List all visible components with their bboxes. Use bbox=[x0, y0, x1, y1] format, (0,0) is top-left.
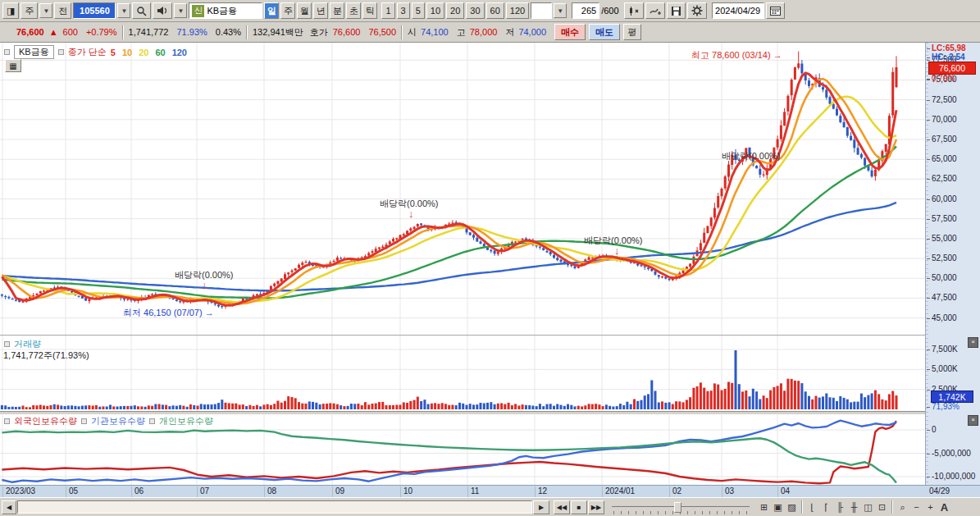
period-3-button[interactable]: 3 bbox=[397, 2, 410, 19]
period-20-button[interactable]: 20 bbox=[446, 2, 464, 19]
line-style-button[interactable] bbox=[645, 2, 665, 19]
volume-value: 1,741,772 bbox=[129, 27, 169, 37]
tab-weekly[interactable]: 주 bbox=[280, 2, 295, 19]
period-120-button[interactable]: 120 bbox=[506, 2, 529, 19]
volume-chart-canvas[interactable] bbox=[0, 336, 925, 411]
buy-button[interactable]: 매수 bbox=[554, 24, 586, 40]
price-chart-canvas[interactable] bbox=[0, 43, 925, 335]
tab-tick[interactable]: 틱 bbox=[362, 2, 377, 19]
close-volume-pane-button[interactable]: × bbox=[968, 337, 978, 348]
sound-button[interactable] bbox=[153, 2, 172, 19]
zoom-tool-icon[interactable]: ⌕ bbox=[896, 500, 909, 514]
chart-style-button[interactable] bbox=[624, 2, 644, 19]
holdings-axis-label: -10,000,000 bbox=[932, 472, 975, 481]
candle-style-icon bbox=[628, 6, 640, 16]
scrollbar-track[interactable] bbox=[17, 500, 532, 514]
ma-10-label: 10 bbox=[122, 48, 132, 57]
quote-infobar: 76,600 ▲ 600 +0.79% 1,741,772 71.93% 0.4… bbox=[0, 22, 980, 43]
close-holdings-pane-button[interactable]: × bbox=[968, 415, 978, 426]
forward-button[interactable]: ▶▶ bbox=[588, 500, 604, 514]
period-30-button[interactable]: 30 bbox=[466, 2, 484, 19]
chart-tool-icons: ⊞▣▨⌊⌈╟╫◫⊡⌕−+A bbox=[757, 500, 951, 514]
code-dropdown-icon[interactable]: ▼ bbox=[117, 3, 130, 18]
period-buttons: 13510203060120 bbox=[381, 2, 529, 19]
save-button[interactable] bbox=[667, 2, 686, 19]
price-high-tool-icon[interactable]: ⌈ bbox=[819, 500, 833, 514]
stock-code-input[interactable]: 105560 bbox=[73, 2, 116, 19]
scroll-left-button[interactable]: ◀ bbox=[2, 500, 16, 514]
bar-count-input[interactable]: 265 bbox=[572, 2, 599, 19]
tab-yearly[interactable]: 년 bbox=[313, 2, 328, 19]
slider-thumb[interactable] bbox=[674, 502, 681, 513]
save-icon bbox=[671, 6, 681, 16]
indicator-icon[interactable]: ◫ bbox=[861, 500, 875, 514]
price-axis-label: 50,000 bbox=[932, 273, 957, 282]
holdings-legend: 외국인보유수량기관보유수량개인보유수량 bbox=[4, 415, 213, 427]
date-label: 04 bbox=[777, 486, 790, 497]
custom-period-arrow-icon[interactable]: ▼ bbox=[554, 3, 567, 18]
price-axis-label: 57,500 bbox=[932, 214, 957, 223]
main-chart-legend: KB금융 종가 단순 5102060120 bbox=[4, 45, 187, 59]
panel-toggle-button[interactable]: ◨ bbox=[2, 2, 19, 19]
font-size-icon[interactable]: A bbox=[937, 500, 951, 514]
grid-icon: ▦ bbox=[9, 62, 16, 71]
timeframe-tabs: 일주월년분초틱 bbox=[264, 2, 377, 19]
rewind-button[interactable]: ◀◀ bbox=[554, 500, 570, 514]
price-axis-label: 67,500 bbox=[932, 135, 957, 144]
close-simple-label: 종가 단순 bbox=[68, 46, 107, 58]
add-window-icon[interactable]: ⊞ bbox=[757, 500, 771, 514]
calendar-button[interactable] bbox=[766, 2, 785, 19]
open-label: 시 bbox=[408, 26, 417, 39]
play-button[interactable]: ▶ bbox=[533, 500, 549, 514]
ask-price: 76,600 bbox=[333, 27, 361, 37]
hoga-label: 호가 bbox=[310, 26, 328, 39]
sell-button[interactable]: 매도 bbox=[589, 24, 620, 40]
stop-button[interactable]: ■ bbox=[571, 500, 587, 514]
chart-title[interactable]: KB금융 bbox=[14, 45, 54, 59]
candle-pattern-icon[interactable]: ╟ bbox=[833, 500, 847, 514]
date-input[interactable]: 2024/04/29 bbox=[712, 2, 764, 19]
price-change: 600 bbox=[63, 27, 78, 37]
date-label: 07 bbox=[197, 486, 209, 497]
freq-combo[interactable]: 주 bbox=[21, 2, 38, 19]
volume-axis-label: 5,000K bbox=[932, 364, 958, 373]
ma-5-label: 5 bbox=[111, 48, 116, 57]
avg-button[interactable]: 평 bbox=[623, 24, 641, 40]
period-5-button[interactable]: 5 bbox=[412, 2, 425, 19]
volume-title[interactable]: 거래량 bbox=[14, 338, 41, 350]
freq-combo-arrow-icon[interactable]: ▼ bbox=[39, 3, 52, 18]
price-low-tool-icon[interactable]: ⌊ bbox=[805, 500, 819, 514]
tab-minute[interactable]: 분 bbox=[330, 2, 344, 19]
custom-period-input[interactable] bbox=[531, 2, 552, 19]
date-label: 03 bbox=[722, 486, 734, 497]
pane-marker-icon bbox=[4, 49, 10, 55]
settings-button[interactable] bbox=[687, 2, 707, 19]
volume-legend: 거래량 bbox=[4, 338, 41, 350]
prev-stock-button[interactable]: 전 bbox=[54, 2, 71, 19]
cascade-windows-icon[interactable]: ▣ bbox=[771, 500, 785, 514]
period-1-button[interactable]: 1 bbox=[381, 2, 394, 19]
current-price-badge: 76,600 bbox=[928, 62, 976, 75]
chart-layout-icon[interactable]: ⊡ bbox=[875, 500, 889, 514]
stock-name-box[interactable]: 신 KB금융 bbox=[189, 2, 262, 19]
open-price: 74,100 bbox=[421, 27, 449, 37]
trade-amount: 132,941백만 bbox=[253, 26, 303, 39]
grid-view-button[interactable]: ▦ bbox=[5, 59, 21, 72]
pane-marker-icon bbox=[149, 418, 155, 424]
select-area-icon[interactable]: ▨ bbox=[785, 500, 799, 514]
period-10-button[interactable]: 10 bbox=[426, 2, 444, 19]
candle-compare-icon[interactable]: ╫ bbox=[847, 500, 861, 514]
tab-daily[interactable]: 일 bbox=[264, 2, 279, 19]
tab-monthly[interactable]: 월 bbox=[297, 2, 312, 19]
search-button[interactable] bbox=[132, 2, 151, 19]
price-axis-label: 62,500 bbox=[932, 174, 957, 183]
ma-60-label: 60 bbox=[155, 48, 165, 57]
tab-second[interactable]: 초 bbox=[346, 2, 361, 19]
zoom-slider[interactable] bbox=[612, 500, 750, 514]
zoom-in-icon[interactable]: + bbox=[923, 500, 937, 514]
sound-dropdown-icon[interactable]: ▼ bbox=[174, 3, 187, 18]
stock-name-label: KB금융 bbox=[207, 5, 237, 17]
zoom-out-icon[interactable]: − bbox=[909, 500, 923, 514]
date-label: 11 bbox=[467, 486, 479, 497]
period-60-button[interactable]: 60 bbox=[486, 2, 504, 19]
